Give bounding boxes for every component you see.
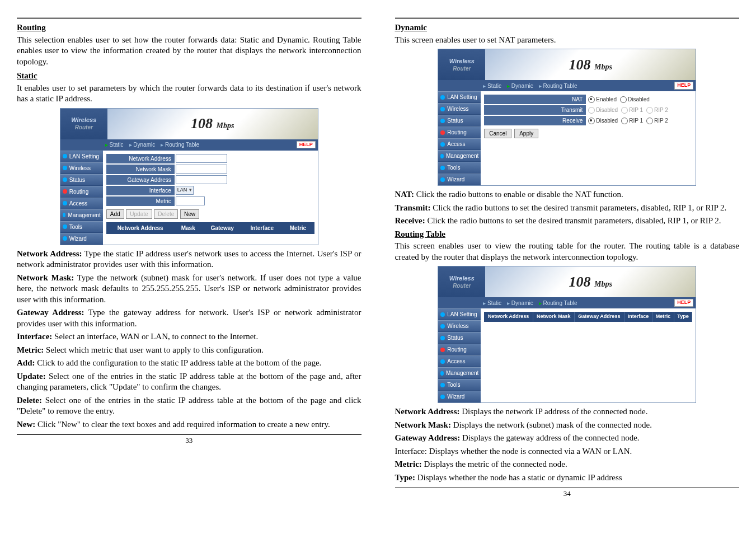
tab-dynamic[interactable]: Dynamic	[507, 82, 533, 90]
sidebar-item-lan[interactable]: LAN Setting	[438, 91, 481, 103]
def-interface: Interface: Select an interface, WAN or L…	[17, 331, 361, 343]
cancel-button[interactable]: Cancel	[484, 129, 511, 138]
router-banner: 108 Mbps	[485, 266, 696, 297]
router-logo: WirelessRouter	[60, 109, 107, 139]
rx-disabled-radio[interactable]: Disabled	[588, 117, 618, 124]
apply-button[interactable]: Apply	[514, 129, 538, 138]
sidebar-item-lan[interactable]: LAN Setting	[438, 308, 481, 320]
page-right: Dynamic This screen enables user to set …	[378, 0, 757, 534]
sidebar-item-wireless[interactable]: Wireless	[60, 162, 103, 174]
sidebar-item-status[interactable]: Status	[438, 332, 481, 344]
tx-disabled-radio[interactable]: Disabled	[588, 106, 618, 114]
metric-label: Metric	[106, 196, 175, 206]
help-button[interactable]: HELP	[297, 141, 316, 149]
page-number-right: 34	[395, 489, 740, 499]
sidebar-item-wizard[interactable]: Wizard	[60, 233, 103, 245]
nat-label: NAT	[484, 95, 586, 104]
tab-static[interactable]: Static	[483, 82, 501, 90]
network-mask-label: Network Mask	[106, 165, 175, 174]
sidebar-item-routing[interactable]: Routing	[438, 127, 481, 138]
rtdef-interface: Interface: Displays whether the node is …	[395, 446, 740, 457]
router-main: Network Address Network Mask Gateway Add…	[103, 151, 318, 245]
router-logo: WirelessRouter	[438, 49, 485, 80]
sidebar-item-management[interactable]: Management	[60, 209, 103, 221]
def-metric: Metric: Select which metric that user wa…	[17, 345, 361, 356]
sidebar-item-access[interactable]: Access	[438, 355, 481, 367]
def-new: New: Click "New" to clear the text boxes…	[17, 419, 361, 430]
sidebar-item-access[interactable]: Access	[60, 198, 103, 209]
sidebar-item-routing[interactable]: Routing	[60, 186, 103, 198]
routing-table: Network AddressNetwork MaskGateway Addre…	[484, 312, 692, 322]
new-button[interactable]: New	[180, 209, 199, 219]
def-receive: Receive: Click the radio buttons to set …	[395, 216, 740, 227]
def-transmit: Transmit: Click the radio buttons to set…	[395, 203, 740, 214]
def-update: Update: Select one of the entries in the…	[17, 371, 361, 393]
sidebar: LAN Setting Wireless Status Routing Acce…	[60, 151, 103, 245]
sidebar-item-wireless[interactable]: Wireless	[438, 103, 481, 115]
add-button[interactable]: Add	[106, 209, 124, 219]
def-network-mask: Network Mask: Type the network (subnet) …	[17, 273, 361, 306]
nat-enabled-radio[interactable]: Enabled	[588, 96, 617, 103]
def-network-address: Network Address: Type the static IP addr…	[17, 249, 361, 270]
static-table: Network AddressMaskGatewayInterfaceMetri…	[106, 222, 314, 234]
tab-dynamic[interactable]: Dynamic	[129, 141, 156, 148]
metric-input[interactable]	[176, 196, 205, 205]
gateway-address-input[interactable]	[176, 175, 227, 184]
tx-rip2-radio[interactable]: RIP 2	[646, 106, 668, 114]
tx-rip1-radio[interactable]: RIP 1	[621, 106, 643, 114]
sidebar-item-management[interactable]: Management	[438, 150, 481, 162]
page-number-left: 33	[17, 436, 361, 446]
tab-static[interactable]: Static	[483, 299, 501, 307]
nat-disabled-radio[interactable]: Disabled	[620, 96, 650, 103]
dynamic-para: This screen enables user to set NAT para…	[395, 35, 740, 46]
page-left: Routing This selection enables user to s…	[0, 0, 378, 534]
sidebar-item-status[interactable]: Status	[60, 174, 103, 186]
dynamic-title: Dynamic	[395, 22, 740, 34]
gateway-address-label: Gateway Address	[106, 175, 175, 185]
tab-static[interactable]: Static	[105, 141, 124, 148]
routing-title: Routing	[17, 22, 361, 34]
sidebar-item-wireless[interactable]: Wireless	[438, 320, 481, 332]
sidebar-item-wizard[interactable]: Wizard	[438, 391, 481, 402]
interface-select[interactable]: LAN	[176, 186, 194, 195]
sidebar-item-management[interactable]: Management	[438, 367, 481, 379]
sidebar-item-tools[interactable]: Tools	[60, 221, 103, 233]
network-address-input[interactable]	[176, 154, 227, 163]
network-address-label: Network Address	[106, 154, 175, 163]
rx-rip1-radio[interactable]: RIP 1	[621, 117, 643, 124]
router-banner: 108 Mbps	[485, 49, 696, 80]
sidebar-item-status[interactable]: Status	[438, 115, 481, 127]
static-para: It enables user to set parameters by whi…	[17, 83, 361, 105]
routing-table-para: This screen enables user to view the rou…	[395, 241, 740, 263]
help-button[interactable]: HELP	[674, 82, 693, 90]
sidebar-item-tools[interactable]: Tools	[438, 379, 481, 391]
help-button[interactable]: HELP	[674, 299, 693, 307]
tab-routing-table[interactable]: Routing Table	[161, 141, 199, 148]
sidebar-item-wizard[interactable]: Wizard	[438, 174, 481, 185]
tab-dynamic[interactable]: Dynamic	[507, 299, 533, 307]
rtdef-metric: Metric: Displays the metric of the conne…	[395, 459, 740, 470]
tab-routing-table[interactable]: Routing Table	[539, 299, 577, 307]
router-banner: 108 Mbps	[107, 109, 318, 139]
static-title: Static	[17, 71, 361, 82]
routing-table-title: Routing Table	[395, 229, 740, 240]
rtdef-type: Type: Displays whether the node has a st…	[395, 472, 740, 484]
update-button[interactable]: Update	[126, 209, 152, 219]
delete-button[interactable]: Delete	[154, 209, 178, 219]
sidebar-item-access[interactable]: Access	[438, 138, 481, 150]
static-router-panel: WirelessRouter 108 Mbps Static Dynamic R…	[60, 108, 318, 245]
network-mask-input[interactable]	[176, 165, 227, 174]
def-add: Add: Click to add the configuration to t…	[17, 358, 361, 369]
tab-routing-table[interactable]: Routing Table	[539, 82, 577, 90]
router-logo: WirelessRouter	[438, 266, 485, 297]
rtdef-gateway-address: Gateway Address: Displays the gateway ad…	[395, 433, 740, 444]
rx-rip2-radio[interactable]: RIP 2	[646, 117, 668, 124]
sidebar-item-routing[interactable]: Routing	[438, 344, 481, 355]
def-gateway-address: Gateway Address: Type the gateway addres…	[17, 307, 361, 329]
interface-label: Interface	[106, 186, 175, 195]
sidebar-item-lan[interactable]: LAN Setting	[60, 151, 103, 162]
def-nat: NAT: Click the radio buttons to enable o…	[395, 189, 740, 200]
rtdef-network-mask: Network Mask: Displays the network (subn…	[395, 420, 740, 431]
sidebar-item-tools[interactable]: Tools	[438, 162, 481, 174]
routing-para: This selection enables user to set how t…	[17, 35, 361, 68]
